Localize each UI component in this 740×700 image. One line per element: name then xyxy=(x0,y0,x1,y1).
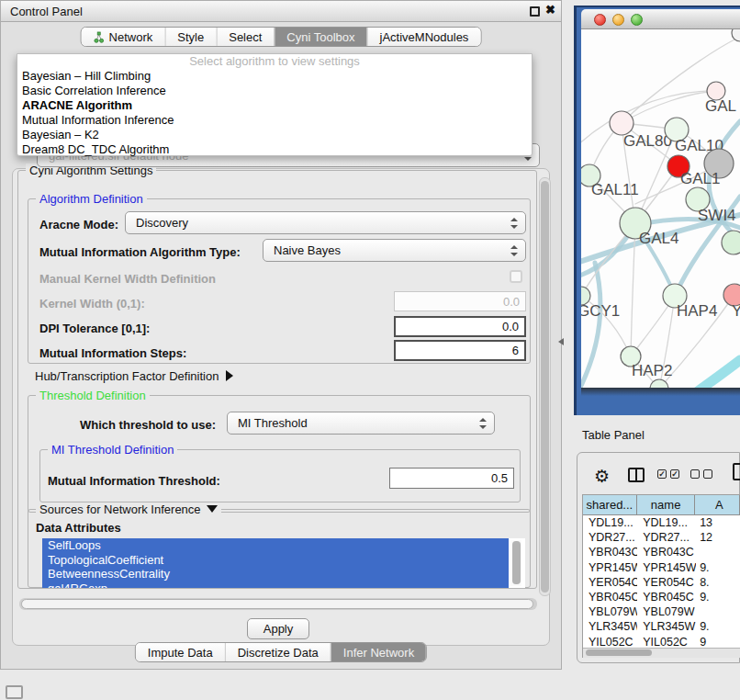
table-column-header[interactable]: name xyxy=(637,495,696,515)
table-hscrollbar-thumb[interactable] xyxy=(586,649,652,656)
algorithm-menu-item[interactable]: ARACNE Algorithm xyxy=(17,98,532,113)
table-panel-title: Table Panel xyxy=(582,428,645,442)
gear-icon[interactable]: ⚙ xyxy=(594,466,610,487)
tab-impute-data[interactable]: Impute Data xyxy=(136,643,225,661)
tab-label: Cyni Toolbox xyxy=(286,30,354,44)
algorithm-dropdown-popup: Select algorithm to view settings Bayesi… xyxy=(17,53,533,156)
table-row[interactable]: YER054CYER054C8. xyxy=(583,575,740,590)
close-traffic-light[interactable] xyxy=(594,14,606,26)
zoom-traffic-light[interactable] xyxy=(631,14,643,26)
data-attribute-item[interactable]: SelfLoops xyxy=(42,538,509,553)
columns-icon[interactable] xyxy=(628,468,645,482)
table-cell: YPR145W xyxy=(637,560,696,575)
tab-label: Style xyxy=(177,30,204,44)
mi-steps-input[interactable] xyxy=(394,340,526,361)
threshold-definition-title: Threshold Definition xyxy=(36,389,150,402)
mi-threshold-label: Mutual Information Threshold: xyxy=(48,474,220,488)
algorithm-menu: Bayesian – Hill ClimbingBasic Correlatio… xyxy=(17,69,532,157)
table-cell: 13 xyxy=(696,515,740,530)
manual-kernel-width-checkbox[interactable] xyxy=(510,270,522,283)
mi-type-label: Mutual Information Algorithm Type: xyxy=(39,245,241,259)
algorithm-menu-item[interactable]: Bayesian – Hill Climbing xyxy=(17,69,532,84)
aracne-mode-label: Aracne Mode: xyxy=(39,218,118,231)
table-cell: YDR27... xyxy=(637,530,696,545)
tab-network[interactable]: Network xyxy=(82,28,165,46)
sources-title[interactable]: Sources for Network Inference xyxy=(36,502,221,516)
data-attributes-label: Data Attributes xyxy=(36,521,121,535)
network-window-titlebar[interactable] xyxy=(581,9,740,29)
table-cell: YBL079W xyxy=(583,604,637,619)
node-table: shared...nameA YDL19...YDL19...13YDR27..… xyxy=(582,494,740,658)
network-edge[interactable] xyxy=(690,360,740,388)
settings-scrollbar-thumb[interactable] xyxy=(541,181,549,593)
data-attribute-item[interactable]: TopologicalCoefficient xyxy=(42,553,509,568)
attributes-scrollbar-thumb[interactable] xyxy=(512,541,521,584)
data-attribute-item[interactable]: gal4RGexp xyxy=(42,581,509,589)
stepper-arrows-icon xyxy=(510,218,518,229)
which-threshold-select[interactable]: MI Threshold xyxy=(227,412,495,435)
unchecked-checkbox-icon[interactable] xyxy=(703,469,712,479)
table-column-header[interactable]: shared... xyxy=(583,495,637,515)
table-row[interactable]: YLR345WYLR345W9. xyxy=(583,619,740,634)
hub-transcription-factor-label: Hub/Transcription Factor Definition xyxy=(35,369,219,383)
mi-threshold-definition-group: MI Threshold Definition Mutual Informati… xyxy=(39,449,521,502)
table-row[interactable]: YDL19...YDL19...13 xyxy=(583,515,740,530)
table-column-header[interactable]: A xyxy=(695,495,740,515)
kernel-width-input[interactable] xyxy=(394,291,526,311)
tab-infer-network[interactable]: Infer Network xyxy=(331,643,426,661)
table-row[interactable]: YPR145WYPR145W9. xyxy=(583,560,740,575)
manual-kernel-width-label: Manual Kernel Width Definition xyxy=(39,272,216,286)
mi-threshold-definition-title: MI Threshold Definition xyxy=(48,443,177,457)
apply-button[interactable]: Apply xyxy=(247,618,309,639)
aracne-mode-select[interactable]: Discovery xyxy=(125,211,526,234)
tab-style[interactable]: Style xyxy=(164,28,216,46)
network-node-label: HAP2 xyxy=(632,362,672,379)
dpi-tolerance-input[interactable] xyxy=(394,316,526,337)
table-cell xyxy=(696,604,740,619)
network-node-label: SWI4 xyxy=(698,207,736,224)
settings-hscrollbar-thumb[interactable] xyxy=(21,599,533,609)
table-row[interactable]: YBR043CYBR043C xyxy=(583,545,740,559)
tab-jactivemnodules[interactable]: jActiveMNodules xyxy=(367,28,481,46)
minimize-traffic-light[interactable] xyxy=(612,14,624,26)
table-cell xyxy=(696,545,740,559)
table-row[interactable]: YBL079WYBL079W xyxy=(583,604,740,619)
algorithm-menu-item[interactable]: Dream8 DC_TDC Algorithm xyxy=(17,142,532,157)
tab-discretize-data[interactable]: Discretize Data xyxy=(225,643,331,661)
table-body: YDL19...YDL19...13YDR27...YDR27...12YBR0… xyxy=(583,515,740,649)
collapse-down-icon xyxy=(207,505,218,513)
minimized-panel-icon[interactable] xyxy=(6,685,23,699)
unchecked-checkbox-icon[interactable] xyxy=(690,469,700,479)
tab-cyni-toolbox[interactable]: Cyni Toolbox xyxy=(274,28,366,46)
table-row[interactable]: YBR045CYBR045C9. xyxy=(583,590,740,604)
threshold-definition-group: Threshold Definition Which threshold to … xyxy=(28,395,531,513)
algorithm-menu-item[interactable]: Mutual Information Inference xyxy=(17,113,532,128)
network-edge[interactable] xyxy=(622,91,716,123)
kernel-width-label: Kernel Width (0,1): xyxy=(39,297,145,310)
checked-checkbox-icon[interactable]: ✓ xyxy=(670,469,679,479)
document-icon[interactable] xyxy=(733,463,740,480)
data-attribute-item[interactable]: BetweennessCentrality xyxy=(42,567,509,581)
network-node-label: HAP4 xyxy=(677,302,717,320)
hub-transcription-factor-expander[interactable]: Hub/Transcription Factor Definition xyxy=(35,369,233,383)
mi-threshold-input[interactable] xyxy=(389,468,514,489)
checked-checkbox-icon[interactable]: ✓ xyxy=(657,469,667,479)
mi-algorithm-type-select[interactable]: Naive Bayes xyxy=(263,239,526,262)
algorithm-menu-item[interactable]: Basic Correlation Inference xyxy=(17,84,532,98)
network-node-label: Y xyxy=(732,302,740,320)
network-node[interactable] xyxy=(722,231,740,254)
float-window-icon[interactable] xyxy=(530,6,540,17)
network-node[interactable] xyxy=(732,29,740,41)
table-cell: 9. xyxy=(696,560,740,575)
splitter-collapse-icon[interactable] xyxy=(558,338,564,345)
tab-label: jActiveMNodules xyxy=(380,30,469,44)
network-canvas[interactable]: GALGAL80GAL10GAL1GAL11SWI4GAL4GCY1HAP4YH… xyxy=(581,29,740,388)
table-row[interactable]: YDR27...YDR27...12 xyxy=(583,530,740,545)
close-icon[interactable]: ✖ xyxy=(545,3,555,17)
tab-select[interactable]: Select xyxy=(216,28,274,46)
network-node-label: GAL80 xyxy=(623,132,672,150)
table-cell: YPR145W xyxy=(583,560,637,575)
control-panel-titlebar[interactable]: Control Panel ✖ xyxy=(1,1,561,22)
algorithm-menu-item[interactable]: Bayesian – K2 xyxy=(17,128,532,142)
app-background: Control Panel ✖ NetworkStyleSelectCyni T… xyxy=(0,0,740,700)
